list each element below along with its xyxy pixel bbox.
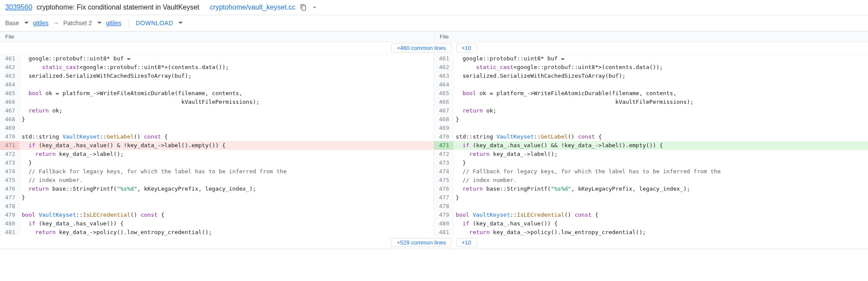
line-number[interactable]: 470	[434, 132, 454, 141]
line-number[interactable]: 477	[434, 193, 454, 202]
diff-row[interactable]: 474 // Fallback for legacy keys, for whi…	[0, 167, 434, 176]
line-number[interactable]: 468	[0, 115, 20, 124]
diff-row[interactable]: 461 google::protobuf::uint8* buf =	[0, 54, 434, 63]
diff-row[interactable]: 471 if (key_data_.has_value() & !key_dat…	[0, 141, 434, 150]
code-line[interactable]: return ok;	[20, 106, 434, 115]
diff-row[interactable]: 480 if (key_data_.has_value()) {	[434, 219, 868, 228]
download-dropdown-icon[interactable]	[178, 21, 183, 25]
code-line[interactable]: if (key_data_.has_value()) {	[454, 219, 868, 228]
download-button[interactable]: DOWNLOAD	[136, 20, 173, 26]
line-number[interactable]: 476	[0, 185, 20, 193]
line-number[interactable]: 461	[0, 54, 20, 63]
code-line[interactable]: bool ok = platform_->WriteFileAtomicDura…	[20, 89, 434, 98]
line-number[interactable]: 463	[434, 72, 454, 80]
diff-row[interactable]: 465 bool ok = platform_->WriteFileAtomic…	[434, 89, 868, 98]
diff-row[interactable]: 467 return ok;	[434, 106, 868, 115]
diff-row[interactable]: 476 return base::StringPrintf("%s%d", kK…	[0, 185, 434, 193]
diff-row[interactable]: 471 if (key_data_.has_value() && !key_da…	[434, 141, 868, 150]
code-line[interactable]: bool VaultKeyset::IsLECredential() const…	[454, 211, 868, 219]
diff-row[interactable]: 462 static_cast<google::protobuf::uint8*…	[434, 63, 868, 72]
line-number[interactable]: 479	[0, 211, 20, 219]
code-line[interactable]: kVaultFilePermissions);	[20, 98, 434, 106]
line-number[interactable]: 468	[434, 115, 454, 124]
line-number[interactable]: 467	[0, 106, 20, 115]
code-line[interactable]: std::string VaultKeyset::GetLabel() cons…	[20, 132, 434, 141]
diff-row[interactable]: 478	[0, 202, 434, 211]
line-number[interactable]: 480	[0, 219, 20, 228]
code-line[interactable]: static_cast<google::protobuf::uint8*>(co…	[20, 63, 434, 72]
code-line[interactable]: return key_data_->policy().low_entropy_c…	[20, 228, 434, 237]
code-line[interactable]: return key_data_->policy().low_entropy_c…	[454, 228, 868, 237]
diff-row[interactable]: 464	[0, 80, 434, 89]
line-number[interactable]: 463	[0, 72, 20, 80]
diff-row[interactable]: 464	[434, 80, 868, 89]
line-number[interactable]: 477	[0, 193, 20, 202]
diff-row[interactable]: 468}	[0, 115, 434, 124]
line-number[interactable]: 466	[0, 98, 20, 106]
line-number[interactable]: 480	[434, 219, 454, 228]
code-line[interactable]: // index number.	[20, 176, 434, 185]
code-line[interactable]: bool VaultKeyset::IsLECredential() const…	[20, 211, 434, 219]
diff-row[interactable]: 465 bool ok = platform_->WriteFileAtomic…	[0, 89, 434, 98]
diff-row[interactable]: 479bool VaultKeyset::IsLECredential() co…	[434, 211, 868, 219]
code-line[interactable]: if (key_data_.has_value() && !key_data_-…	[454, 141, 868, 150]
line-number[interactable]: 481	[434, 228, 454, 237]
code-line[interactable]: static_cast<google::protobuf::uint8*>(co…	[454, 63, 868, 72]
diff-row[interactable]: 467 return ok;	[0, 106, 434, 115]
line-number[interactable]: 472	[0, 150, 20, 159]
diff-row[interactable]: 469	[434, 124, 868, 132]
code-line[interactable]: return key_data_->label();	[454, 150, 868, 159]
base-dropdown-icon[interactable]	[24, 21, 29, 25]
expand-more-bottom-button[interactable]: +10	[456, 238, 477, 247]
line-number[interactable]: 461	[434, 54, 454, 63]
code-line[interactable]: serialized.SerializeWithCachedSizesToArr…	[20, 72, 434, 80]
diff-row[interactable]: 475 // index number.	[0, 176, 434, 185]
diff-row[interactable]: 466 kVaultFilePermissions);	[0, 98, 434, 106]
line-number[interactable]: 470	[0, 132, 20, 141]
diff-row[interactable]: 470std::string VaultKeyset::GetLabel() c…	[0, 132, 434, 141]
line-number[interactable]: 481	[0, 228, 20, 237]
file-path-link[interactable]: cryptohome/vault_keyset.cc	[210, 3, 295, 11]
line-number[interactable]: 462	[0, 63, 20, 72]
diff-row[interactable]: 463 serialized.SerializeWithCachedSizesT…	[0, 72, 434, 80]
diff-row[interactable]: 481 return key_data_->policy().low_entro…	[0, 228, 434, 237]
code-line[interactable]: std::string VaultKeyset::GetLabel() cons…	[454, 132, 868, 141]
line-number[interactable]: 466	[434, 98, 454, 106]
code-line[interactable]: // Fallback for legacy keys, for which t…	[20, 167, 434, 176]
code-line[interactable]: if (key_data_.has_value() & !key_data_->…	[20, 141, 434, 150]
base-label[interactable]: Base	[5, 20, 19, 26]
line-number[interactable]: 464	[0, 80, 20, 89]
code-line[interactable]: // Fallback for legacy keys, for which t…	[454, 167, 868, 176]
line-number[interactable]: 479	[434, 211, 454, 219]
line-number[interactable]: 473	[0, 159, 20, 167]
line-number[interactable]: 475	[0, 176, 20, 185]
diff-row[interactable]: 472 return key_data_->label();	[0, 150, 434, 159]
expand-common-bottom-button[interactable]: +529 common lines	[391, 238, 451, 247]
code-line[interactable]: if (key_data_.has_value()) {	[20, 219, 434, 228]
code-line[interactable]: kVaultFilePermissions);	[454, 98, 868, 106]
diff-row[interactable]: 470std::string VaultKeyset::GetLabel() c…	[434, 132, 868, 141]
line-number[interactable]: 469	[434, 124, 454, 132]
code-line[interactable]: // index number.	[454, 176, 868, 185]
diff-row[interactable]: 475 // index number.	[434, 176, 868, 185]
code-line[interactable]: google::protobuf::uint8* buf =	[20, 54, 434, 63]
diff-row[interactable]: 461 google::protobuf::uint8* buf =	[434, 54, 868, 63]
diff-row[interactable]: 473 }	[0, 159, 434, 167]
code-line[interactable]: return ok;	[454, 106, 868, 115]
diff-row[interactable]: 473 }	[434, 159, 868, 167]
diff-row[interactable]: 477}	[434, 193, 868, 202]
file-dropdown-icon[interactable]	[311, 4, 318, 11]
patchset-dropdown-icon[interactable]	[97, 21, 102, 25]
gitiles-patchset-link[interactable]: gitiles	[106, 20, 122, 26]
diff-row[interactable]: 481 return key_data_->policy().low_entro…	[434, 228, 868, 237]
code-line[interactable]: return base::StringPrintf("%s%d", kKeyLe…	[454, 185, 868, 193]
diff-row[interactable]: 469	[0, 124, 434, 132]
code-line[interactable]: serialized.SerializeWithCachedSizesToArr…	[454, 72, 868, 80]
line-number[interactable]: 478	[434, 202, 454, 211]
diff-row[interactable]: 476 return base::StringPrintf("%s%d", kK…	[434, 185, 868, 193]
expand-common-top-button[interactable]: +460 common lines	[391, 43, 451, 53]
diff-row[interactable]: 463 serialized.SerializeWithCachedSizesT…	[434, 72, 868, 80]
line-number[interactable]: 464	[434, 80, 454, 89]
line-number[interactable]: 471	[434, 141, 454, 150]
line-number[interactable]: 478	[0, 202, 20, 211]
